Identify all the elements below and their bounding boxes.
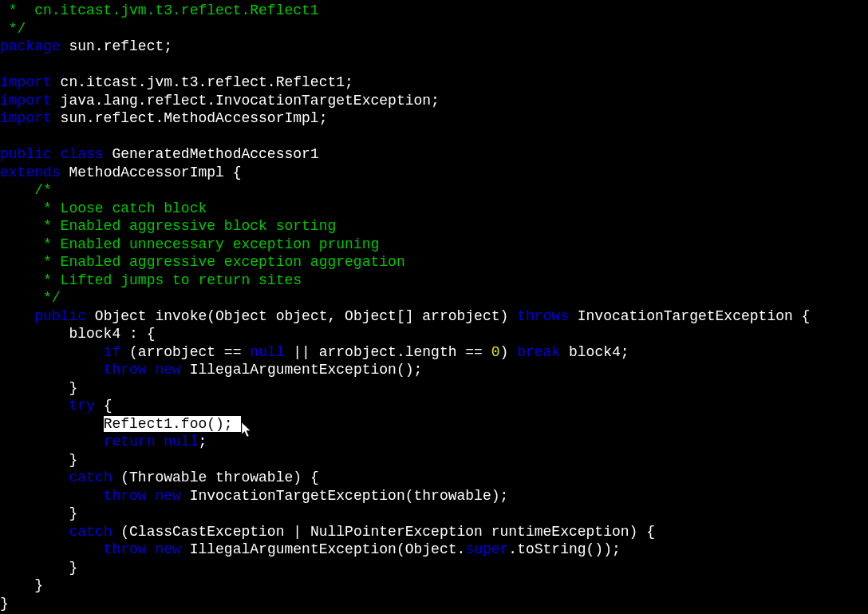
code-text: } xyxy=(0,560,77,576)
comment-line: * Enabled aggressive block sorting xyxy=(0,218,336,234)
code-text: java.lang.reflect.InvocationTargetExcept… xyxy=(52,93,440,109)
comment-line: */ xyxy=(0,21,26,37)
code-text: MethodAccessorImpl { xyxy=(61,164,242,180)
code-text: ; xyxy=(198,434,207,450)
indent xyxy=(0,469,69,485)
indent xyxy=(0,524,69,540)
keyword-return: return xyxy=(104,434,156,450)
code-text: sun.reflect; xyxy=(61,38,172,54)
indent xyxy=(0,416,104,432)
keyword-public: public xyxy=(0,146,52,162)
keyword-import: import xyxy=(0,110,52,126)
code-text: sun.reflect.MethodAccessorImpl; xyxy=(52,110,328,126)
comment-line: * Enabled unnecessary exception pruning xyxy=(0,236,379,252)
code-text: .toString()); xyxy=(508,541,620,557)
code-text: GeneratedMethodAccessor1 xyxy=(104,146,319,162)
code-text: InvocationTargetException(throwable); xyxy=(181,488,508,504)
space xyxy=(147,362,156,378)
keyword-new: new xyxy=(155,541,180,557)
keyword-new: new xyxy=(155,488,180,504)
space xyxy=(147,488,156,504)
keyword-throw: throw xyxy=(104,488,147,504)
keyword-null: null xyxy=(250,344,284,360)
keyword-try: try xyxy=(69,398,94,414)
code-text: block4; xyxy=(560,344,629,360)
comment-line: * Lifted jumps to return sites xyxy=(0,272,302,288)
comment-line: * Enabled aggressive exception aggregati… xyxy=(0,254,405,270)
code-text: InvocationTargetException { xyxy=(569,308,810,324)
keyword-extends: extends xyxy=(0,164,61,180)
indent xyxy=(0,434,104,450)
keyword-package: package xyxy=(0,38,61,54)
keyword-throws: throws xyxy=(517,308,569,324)
code-text: ) xyxy=(500,344,518,360)
indent xyxy=(0,344,104,360)
keyword-if: if xyxy=(104,344,121,360)
code-text: block4 : { xyxy=(0,326,155,342)
code-text: IllegalArgumentException(Object. xyxy=(181,541,465,557)
keyword-break: break xyxy=(517,344,560,360)
keyword-throw: throw xyxy=(104,541,147,557)
comment-line: /* xyxy=(0,182,52,198)
number-literal: 0 xyxy=(491,344,500,360)
indent xyxy=(0,488,104,504)
code-text: } xyxy=(0,596,9,612)
code-text: (Throwable throwable) { xyxy=(112,469,318,485)
indent xyxy=(0,308,34,324)
code-text: } xyxy=(0,577,43,593)
comment-line: * cn.itcast.jvm.t3.reflect.Reflect1 xyxy=(0,2,319,18)
code-editor-content[interactable]: * cn.itcast.jvm.t3.reflect.Reflect1 */ p… xyxy=(0,2,868,612)
indent xyxy=(0,398,69,414)
space xyxy=(147,541,156,557)
keyword-catch: catch xyxy=(69,469,112,485)
keyword-super: super xyxy=(465,541,508,557)
code-text: || arrobject.length == xyxy=(284,344,491,360)
selected-text: Reflect1.foo(); xyxy=(104,416,233,432)
keyword-public: public xyxy=(34,308,86,324)
comment-line: * Loose catch block xyxy=(0,200,207,216)
comment-line: */ xyxy=(0,290,61,306)
indent xyxy=(0,541,104,557)
keyword-import: import xyxy=(0,93,52,109)
code-text: IllegalArgumentException(); xyxy=(181,362,422,378)
keyword-class: class xyxy=(61,146,104,162)
indent xyxy=(0,362,104,378)
code-text: } xyxy=(0,380,77,396)
code-text: (arrobject == xyxy=(120,344,250,360)
space xyxy=(155,434,164,450)
code-text: Object invoke(Object object, Object[] ar… xyxy=(86,308,517,324)
keyword-new: new xyxy=(155,362,180,378)
code-text: } xyxy=(0,452,77,468)
code-text: { xyxy=(95,398,112,414)
keyword-throw: throw xyxy=(104,362,147,378)
code-text: } xyxy=(0,505,77,521)
keyword-catch: catch xyxy=(69,524,112,540)
code-text: cn.itcast.jvm.t3.reflect.Reflect1; xyxy=(52,74,353,90)
keyword-null: null xyxy=(164,434,198,450)
keyword-import: import xyxy=(0,74,52,90)
code-text: (ClassCastException | NullPointerExcepti… xyxy=(112,524,655,540)
selected-text xyxy=(233,416,242,432)
